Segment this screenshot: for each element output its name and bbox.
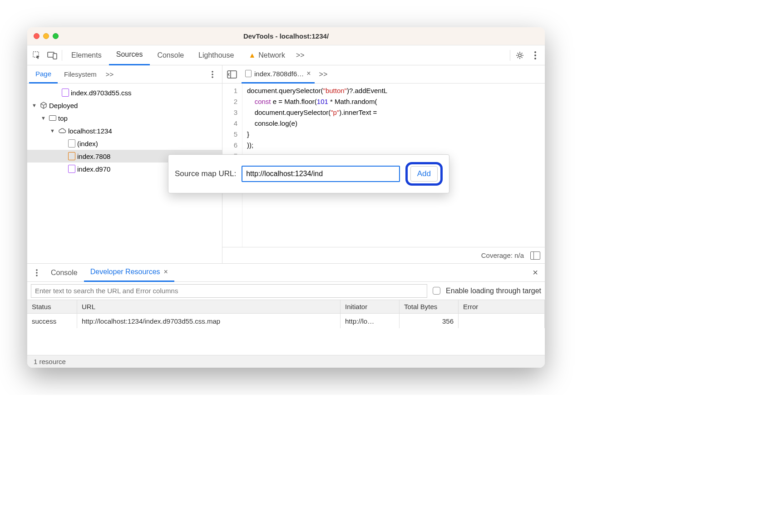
close-drawer-tab-button[interactable]: × [164, 268, 168, 276]
add-button[interactable]: Add [410, 166, 438, 182]
css-file-icon [68, 165, 75, 173]
divider [62, 50, 62, 61]
navigator-overflow[interactable]: >> [103, 65, 117, 84]
source-map-url-label: Source map URL: [175, 169, 236, 178]
main-toolbar: Elements Sources Console Lighthouse ▲ Ne… [27, 45, 545, 65]
svg-point-9 [212, 76, 213, 78]
document-file-icon [68, 139, 75, 148]
chevron-down-icon: ▼ [32, 103, 38, 108]
col-status[interactable]: Status [27, 300, 77, 313]
col-total-bytes[interactable]: Total Bytes [400, 300, 459, 313]
svg-point-4 [534, 51, 536, 53]
add-button-highlight: Add [405, 162, 443, 186]
drawer-toolbar: Enable loading through target [27, 282, 545, 300]
cube-icon [40, 102, 47, 109]
navigator-tab-page[interactable]: Page [29, 65, 58, 84]
editor-tabbar: index.7808df6… × >> [222, 65, 545, 84]
svg-point-7 [212, 71, 213, 73]
col-url[interactable]: URL [77, 300, 341, 313]
tab-sources[interactable]: Sources [109, 45, 150, 65]
tab-console[interactable]: Console [150, 45, 191, 65]
close-drawer-button[interactable]: × [528, 265, 543, 281]
file-icon [245, 70, 252, 77]
svg-point-14 [36, 275, 38, 276]
tree-label: (index) [77, 140, 98, 148]
svg-point-8 [212, 74, 213, 75]
navigator-tab-filesystem[interactable]: Filesystem [58, 65, 103, 84]
window-controls [34, 33, 59, 39]
source-map-url-input[interactable] [242, 166, 400, 182]
coverage-label: Coverage: n/a [481, 251, 524, 259]
tabs-overflow-button[interactable]: >> [292, 45, 308, 65]
more-menu-icon[interactable] [528, 48, 543, 63]
tree-domain-localhost[interactable]: ▼ localhost:1234 [27, 124, 222, 137]
navigator-menu-icon[interactable] [205, 67, 220, 82]
toggle-navigator-icon[interactable] [224, 67, 240, 82]
editor-tabs-overflow[interactable]: >> [316, 70, 331, 79]
editor-tab-active[interactable]: index.7808df6… × [242, 65, 315, 84]
resource-table-body: success http://localhost:1234/index.d970… [27, 314, 545, 355]
enable-loading-label: Enable loading through target [446, 287, 541, 295]
window-title: DevTools - localhost:1234/ [27, 32, 545, 40]
js-file-icon [68, 152, 75, 160]
tree-label: top [58, 114, 68, 122]
tab-network[interactable]: ▲ Network [241, 45, 292, 65]
resource-search-input[interactable] [31, 284, 427, 298]
source-map-url-dialog: Source map URL: Add [168, 154, 449, 193]
close-window-button[interactable] [34, 33, 39, 39]
maximize-window-button[interactable] [53, 33, 59, 39]
tab-lighthouse[interactable]: Lighthouse [191, 45, 241, 65]
tree-label: Deployed [49, 102, 78, 109]
svg-point-13 [36, 272, 38, 274]
editor-statusbar: Coverage: n/a [222, 247, 545, 263]
drawer-menu-icon[interactable] [29, 265, 44, 281]
tree-group-deployed[interactable]: ▼ Deployed [27, 99, 222, 112]
tree-label: index.d970 [77, 165, 110, 173]
chevron-down-icon: ▼ [50, 128, 56, 133]
tree-label: index.d9703d55.css [71, 89, 131, 97]
tab-elements[interactable]: Elements [64, 45, 109, 65]
warning-icon: ▲ [248, 51, 256, 59]
navigator-tabs: Page Filesystem >> [27, 65, 222, 84]
svg-rect-10 [227, 71, 237, 78]
editor-tab-label: index.7808df6… [254, 70, 304, 78]
chevron-down-icon: ▼ [41, 115, 47, 121]
divider [510, 50, 510, 61]
col-initiator[interactable]: Initiator [341, 300, 400, 313]
frame-icon [49, 115, 56, 121]
enable-loading-checkbox[interactable] [433, 287, 440, 295]
drawer-tab-developer-resources[interactable]: Developer Resources × [84, 264, 174, 282]
tree-file-css[interactable]: index.d9703d55.css [27, 86, 222, 99]
tree-label: index.7808 [77, 153, 110, 160]
col-error[interactable]: Error [459, 300, 545, 313]
toggle-sidebar-icon[interactable] [530, 251, 540, 260]
resource-table-header: Status URL Initiator Total Bytes Error [27, 300, 545, 314]
close-tab-button[interactable]: × [306, 69, 311, 78]
css-file-icon [62, 89, 69, 97]
sources-panel: Page Filesystem >> index.d9703d55.css ▼ [27, 65, 545, 263]
tab-network-label: Network [258, 51, 285, 59]
svg-point-12 [36, 269, 38, 271]
tree-file-index[interactable]: (index) [27, 137, 222, 150]
inspect-element-icon[interactable] [29, 48, 44, 63]
tree-label: localhost:1234 [68, 127, 112, 135]
drawer-tabbar: Console Developer Resources × × [27, 264, 545, 282]
drawer-panel: Console Developer Resources × × Enable l… [27, 263, 545, 368]
devtools-window: DevTools - localhost:1234/ Elements Sour… [27, 27, 545, 368]
svg-point-5 [534, 54, 536, 56]
editor-pane: index.7808df6… × >> 1 2 3 4 5 6 7 docume… [222, 65, 545, 263]
resource-count: 1 resource [34, 358, 66, 365]
svg-point-3 [518, 54, 521, 57]
minimize-window-button[interactable] [43, 33, 49, 39]
settings-icon[interactable] [512, 48, 528, 63]
resource-table-row[interactable]: success http://localhost:1234/index.d970… [27, 314, 545, 328]
device-toggle-icon[interactable] [44, 48, 60, 63]
cloud-icon [58, 128, 66, 133]
drawer-tab-label: Developer Resources [90, 268, 160, 276]
drawer-tab-console[interactable]: Console [44, 264, 84, 282]
tree-frame-top[interactable]: ▼ top [27, 112, 222, 124]
drawer-statusbar: 1 resource [27, 355, 545, 368]
svg-rect-2 [53, 54, 57, 59]
svg-point-6 [534, 58, 536, 59]
titlebar: DevTools - localhost:1234/ [27, 27, 545, 45]
